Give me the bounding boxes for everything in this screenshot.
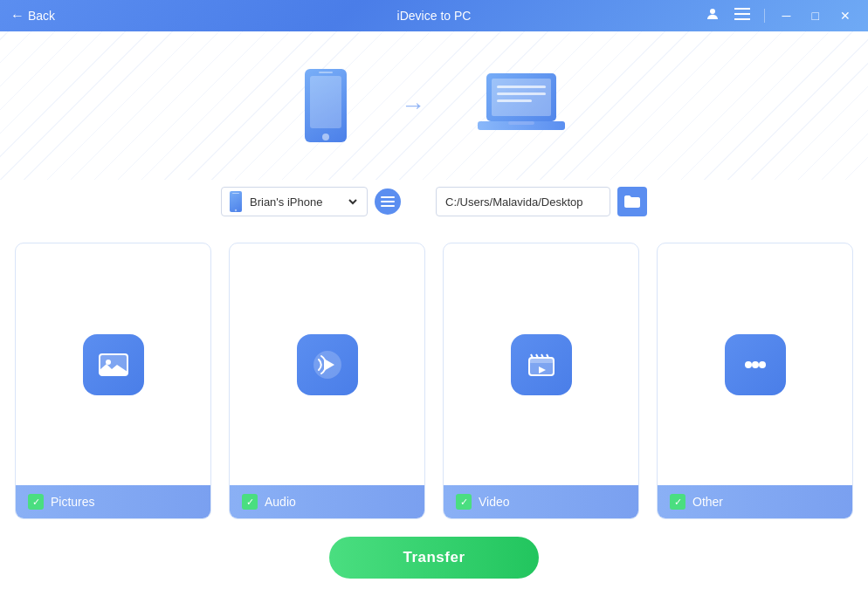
pictures-checkbox[interactable]: ✓ <box>28 494 44 510</box>
pictures-label: Pictures <box>51 495 95 509</box>
back-button[interactable]: ← Back <box>10 8 55 24</box>
svg-rect-9 <box>492 79 551 116</box>
audio-icon <box>310 347 345 382</box>
video-label: Video <box>479 495 510 509</box>
browse-folder-button[interactable] <box>617 187 647 216</box>
category-cards-area: ✓ Pictures ✓ Audio <box>0 234 868 537</box>
svg-rect-20 <box>381 205 395 207</box>
card-body-audio <box>230 243 424 485</box>
back-label: Back <box>28 9 55 23</box>
svg-rect-15 <box>230 191 242 212</box>
main-content: → <box>0 31 868 603</box>
close-button[interactable]: ✕ <box>833 7 858 24</box>
svg-rect-19 <box>381 201 395 202</box>
other-label: Other <box>692 495 723 509</box>
svg-rect-18 <box>381 196 395 198</box>
other-icon <box>738 347 773 382</box>
controls-row: Brian's iPhone C:/Users/Malavida/Desktop <box>0 180 868 234</box>
category-card-other[interactable]: ✓ Other <box>657 243 853 519</box>
svg-rect-7 <box>319 72 333 73</box>
category-card-video[interactable]: ✓ Video <box>443 243 639 519</box>
card-footer-other: ✓ Other <box>658 485 852 518</box>
app-title: iDevice to PC <box>397 9 472 23</box>
other-checkbox[interactable]: ✓ <box>670 494 685 510</box>
audio-label: Audio <box>265 495 296 509</box>
separator <box>764 9 765 23</box>
transfer-button[interactable]: Transfer <box>329 537 539 579</box>
minimize-button[interactable]: ─ <box>775 7 798 24</box>
svg-point-33 <box>759 361 766 368</box>
video-icon-wrap <box>511 334 572 395</box>
card-body-pictures <box>16 243 210 485</box>
audio-icon-wrap <box>297 334 358 395</box>
video-icon <box>524 347 559 382</box>
device-info-button[interactable] <box>375 188 401 215</box>
card-body-other <box>658 243 852 485</box>
category-card-audio[interactable]: ✓ Audio <box>229 243 425 519</box>
destination-path: C:/Users/Malavida/Desktop <box>436 187 610 216</box>
source-control: Brian's iPhone <box>221 187 401 216</box>
svg-rect-26 <box>529 358 554 363</box>
svg-rect-3 <box>734 18 750 20</box>
svg-rect-12 <box>497 99 532 102</box>
device-select-dropdown[interactable]: Brian's iPhone <box>246 195 360 209</box>
card-footer-pictures: ✓ Pictures <box>16 485 210 518</box>
maximize-button[interactable]: □ <box>805 7 826 24</box>
svg-rect-5 <box>310 76 341 128</box>
svg-point-0 <box>710 9 715 14</box>
transfer-visualization: → <box>0 31 868 180</box>
svg-rect-16 <box>232 193 239 194</box>
pictures-icon <box>96 347 131 382</box>
category-card-pictures[interactable]: ✓ Pictures <box>15 243 211 519</box>
laptop-icon-wrap <box>478 70 565 141</box>
device-select-wrap[interactable]: Brian's iPhone <box>221 187 368 216</box>
card-body-video <box>444 243 638 485</box>
video-checkbox[interactable]: ✓ <box>456 494 472 510</box>
card-footer-audio: ✓ Audio <box>230 485 424 518</box>
laptop-icon <box>478 70 565 138</box>
transfer-direction-arrow: → <box>401 92 425 120</box>
device-small-icon <box>229 190 243 213</box>
card-footer-video: ✓ Video <box>444 485 638 518</box>
phone-icon-wrap <box>303 67 348 144</box>
svg-rect-14 <box>508 121 534 125</box>
title-bar: ← Back iDevice to PC ─ □ ✕ <box>0 0 868 31</box>
user-icon[interactable] <box>701 4 724 27</box>
audio-checkbox[interactable]: ✓ <box>242 494 258 510</box>
back-arrow-icon: ← <box>10 8 24 24</box>
destination-control: C:/Users/Malavida/Desktop <box>436 187 647 216</box>
pictures-icon-wrap <box>83 334 144 395</box>
svg-rect-2 <box>734 13 750 15</box>
svg-point-32 <box>752 361 759 368</box>
svg-rect-1 <box>734 8 750 10</box>
svg-rect-10 <box>497 86 546 88</box>
transfer-button-wrap: Transfer <box>329 537 539 603</box>
svg-point-31 <box>745 361 752 368</box>
menu-icon[interactable] <box>731 6 754 25</box>
phone-icon <box>303 67 348 144</box>
svg-point-17 <box>235 209 237 211</box>
other-icon-wrap <box>725 334 786 395</box>
window-controls: ─ □ ✕ <box>701 4 858 27</box>
svg-point-6 <box>322 134 329 140</box>
svg-rect-11 <box>497 93 546 95</box>
